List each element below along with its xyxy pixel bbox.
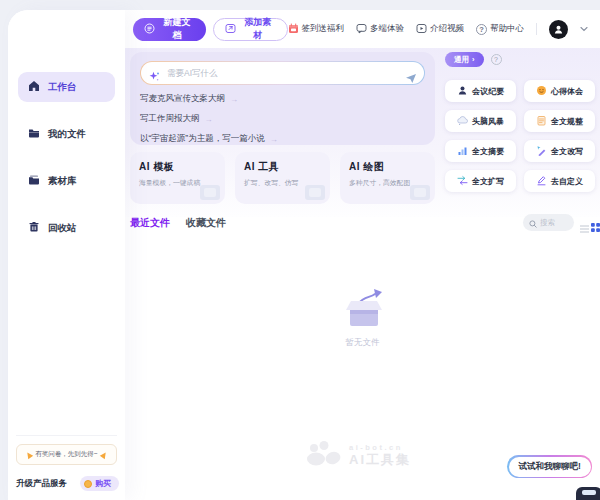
checkin-label: 签到送福利 [302,23,345,35]
search-icon [529,214,537,232]
empty-box-illustration [338,288,390,336]
buy-label: 购买 [95,478,111,489]
survey-promo-banner[interactable]: 有奖问卷，先到先得~ [16,444,117,465]
home-icon [28,80,40,94]
intro-video-link[interactable]: 介绍视频 [416,23,464,36]
help-icon: ? [476,24,487,35]
buy-button[interactable]: 购买 [80,476,119,491]
expand-arrows-icon [457,175,468,188]
card-title: AI 模板 [139,160,216,174]
chatbot-robot-icon[interactable] [576,487,600,500]
sidebar-item-label: 素材库 [48,175,77,188]
upgrade-row: 升级产品服务 购买 [16,476,119,491]
sidebar-item-workspace[interactable]: 工作台 [18,72,115,102]
category-tag-label: 通用 [454,55,469,65]
arrow-right-icon: → [270,135,278,144]
chat-invite-wrap: 试试和我聊聊吧! [507,455,592,478]
paw-logo-icon [306,441,342,471]
meeting-person-icon [457,85,468,98]
grid-view-icon[interactable] [591,218,600,236]
prompt-suggestion[interactable]: 以“宇宙起源”为主题，写一篇小说 → [140,133,425,145]
prompt-suggestion[interactable]: 写麦克风宣传文案大纲 → [140,93,425,105]
document-icon [536,115,547,128]
survey-promo-text: 有奖问卷，先到先得~ [35,450,97,459]
quick-btn-label: 全文规整 [551,116,583,127]
ai-tools-card[interactable]: AI 工具 扩写、改写、仿写 [235,152,330,204]
search-input[interactable] [540,218,570,227]
pencil-icon [536,175,547,188]
quick-btn-brainstorm[interactable]: 头脑风暴 [445,110,516,132]
checkin-link[interactable]: 签到送福利 [288,23,345,36]
ai-drawing-card[interactable]: AI 绘图 多种尺寸，高效配图 [340,152,435,204]
new-document-button[interactable]: 新建文档 [133,18,206,41]
sidebar-item-recycle-bin[interactable]: 回收站 [18,213,115,243]
sidebar-item-my-files[interactable]: 我的文件 [18,119,115,149]
panel-help-icon[interactable]: ? [491,54,502,65]
calendar-icon [288,23,299,36]
quick-btn-meeting-minutes[interactable]: 会议纪要 [445,80,516,102]
thought-bubble-icon [457,115,468,128]
chat-invite-button[interactable]: 试试和我聊聊吧! [509,457,591,477]
top-header: 新建文档 添加素材 签到送福利 多端体验 介绍视频 ? 帮助中心 [125,10,600,48]
party-popper-icon [99,450,107,458]
pen-cursor-icon [536,145,547,158]
ai-template-card[interactable]: AI 模板 海量模板，一键成稿 [130,152,225,204]
quick-btn-reflections[interactable]: 心得体会 [524,80,595,102]
quick-btn-label: 全文改写 [551,146,583,157]
chevron-down-icon[interactable] [580,24,588,34]
avatar[interactable] [549,20,568,39]
folder-icon [28,127,40,141]
sidebar-item-library[interactable]: 素材库 [18,166,115,196]
tab-recent-files[interactable]: 最近文件 [130,216,170,230]
upgrade-label: 升级产品服务 [16,478,67,490]
file-tabs: 最近文件 收藏文件 [130,216,226,230]
help-center-link[interactable]: ? 帮助中心 [476,23,524,35]
card-illustration [305,185,325,200]
chevron-right-icon: › [472,55,475,64]
panel-header: 通用 › ? [445,52,595,67]
multi-device-label: 多端体验 [370,23,404,35]
quick-btn-label: 全文扩写 [472,176,504,187]
quick-btn-label: 去自定义 [551,176,583,187]
list-view-icon[interactable] [580,219,589,237]
video-icon [416,23,427,36]
sidebar-item-label: 工作台 [48,81,77,94]
trash-icon [28,221,40,235]
header-links: 签到送福利 多端体验 介绍视频 ? 帮助中心 [288,20,600,39]
quick-btn-summary[interactable]: 全文摘要 [445,140,516,162]
category-tag[interactable]: 通用 › [445,52,484,67]
help-center-label: 帮助中心 [490,23,524,35]
header-divider [536,23,537,35]
suggestion-text: 写工作周报大纲 [140,113,200,125]
sidebar: 工作台 我的文件 素材库 回收站 有奖问卷，先到先得~ 升级产品服务 [8,10,125,500]
send-icon[interactable] [406,69,416,87]
quick-btn-customize[interactable]: 去自定义 [524,170,595,192]
card-illustration [410,185,430,200]
sidebar-item-label: 我的文件 [48,128,86,141]
quick-btn-expand-text[interactable]: 全文扩写 [445,170,516,192]
smiley-icon [536,85,547,98]
watermark: ai-bot.cn AI工具集 [306,441,411,471]
chat-bubble-icon [356,23,367,36]
quick-btn-label: 会议纪要 [472,86,504,97]
quick-btn-rewrite[interactable]: 全文改写 [524,140,595,162]
quick-btn-normalize-text[interactable]: 全文规整 [524,110,595,132]
file-search[interactable] [523,214,574,231]
prompt-suggestion[interactable]: 写工作周报大纲 → [140,113,425,125]
new-doc-icon [144,23,155,36]
card-title: AI 工具 [244,160,321,174]
add-material-button[interactable]: 添加素材 [213,18,288,41]
quick-btn-label: 心得体会 [551,86,583,97]
arrow-right-icon: → [230,95,238,104]
sidebar-divider [16,435,117,436]
suggestion-text: 以“宇宙起源”为主题，写一篇小说 [140,133,265,145]
card-illustration [200,185,220,200]
quick-btn-label: 头脑风暴 [472,116,504,127]
suggestion-text: 写麦克风宣传文案大纲 [140,93,225,105]
multi-device-link[interactable]: 多端体验 [356,23,404,36]
ai-prompt-input[interactable] [141,62,424,84]
quick-action-grid: 会议纪要 心得体会 头脑风暴 全文规整 全文摘要 全文改写 全文扩写 去自定义 [445,80,595,192]
party-popper-icon [25,450,33,458]
sidebar-item-label: 回收站 [48,222,77,235]
tab-favorite-files[interactable]: 收藏文件 [186,216,226,230]
